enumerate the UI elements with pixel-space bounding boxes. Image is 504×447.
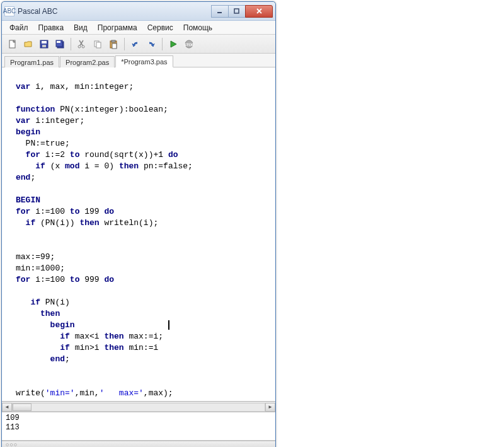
code-text: (PN(i)) bbox=[35, 218, 79, 228]
code-text: i:integer; bbox=[30, 116, 84, 125]
svg-rect-17 bbox=[112, 44, 117, 49]
code-text: PN:=true; bbox=[16, 139, 70, 148]
new-file-button[interactable] bbox=[6, 37, 20, 51]
code-kw: var bbox=[16, 82, 30, 91]
code-kw: begin bbox=[16, 127, 40, 137]
svg-point-11 bbox=[78, 45, 81, 48]
code-text: i, max, min:integer; bbox=[30, 82, 134, 91]
code-kw: then bbox=[104, 332, 123, 341]
tab-program1[interactable]: Program1.pas bbox=[4, 56, 59, 67]
tab-bar: Program1.pas Program2.pas *Program3.pas bbox=[2, 54, 275, 67]
code-text bbox=[16, 309, 40, 318]
code-kw: if bbox=[30, 298, 40, 307]
scroll-track[interactable] bbox=[12, 403, 265, 412]
code-text: ; bbox=[30, 173, 35, 182]
output-panel[interactable]: 109 113 bbox=[2, 412, 275, 441]
code-text bbox=[16, 298, 30, 307]
grip-icon: ○○○ bbox=[6, 441, 18, 447]
window-controls bbox=[212, 5, 273, 18]
editor-h-scrollbar[interactable]: ◄ ► bbox=[2, 402, 275, 412]
copy-button[interactable] bbox=[91, 37, 105, 51]
code-kw: if bbox=[35, 161, 45, 171]
close-button[interactable] bbox=[245, 5, 273, 18]
code-text: min>i bbox=[70, 343, 105, 352]
code-kw: to bbox=[70, 207, 80, 216]
svg-text:STOP: STOP bbox=[184, 43, 194, 47]
code-text bbox=[16, 218, 26, 228]
code-kw: for bbox=[16, 275, 30, 284]
svg-rect-6 bbox=[42, 41, 47, 44]
code-kw: mod bbox=[65, 161, 79, 171]
tab-program2[interactable]: Program2.pas bbox=[60, 56, 115, 67]
toolbar-separator bbox=[124, 38, 125, 50]
save-button[interactable] bbox=[37, 37, 51, 51]
code-kw: then bbox=[119, 161, 139, 171]
output-line: 109 bbox=[6, 414, 272, 423]
window-title: Pascal ABC bbox=[18, 7, 212, 16]
toolbar: STOP bbox=[2, 35, 275, 54]
svg-rect-16 bbox=[112, 40, 115, 42]
toolbar-separator bbox=[71, 38, 71, 50]
code-kw: then bbox=[104, 343, 123, 352]
run-button[interactable] bbox=[166, 37, 180, 51]
menu-service[interactable]: Сервис bbox=[144, 22, 177, 33]
maximize-button[interactable] bbox=[228, 5, 246, 18]
app-icon: ABC bbox=[4, 6, 14, 16]
menu-help[interactable]: Помощь bbox=[180, 22, 216, 33]
code-text: round(sqrt(x))+1 bbox=[79, 150, 168, 160]
code-area[interactable]: var i, max, min:integer; function PN(x:i… bbox=[11, 67, 275, 402]
code-text: 999 bbox=[79, 275, 104, 284]
code-kw: then bbox=[79, 218, 99, 228]
svg-point-12 bbox=[82, 45, 84, 48]
code-kw: begin bbox=[50, 320, 75, 330]
open-file-button[interactable] bbox=[21, 37, 35, 51]
code-kw: BEGIN bbox=[16, 195, 40, 205]
code-kw: end bbox=[50, 354, 65, 364]
code-string: ' max=' bbox=[100, 388, 144, 398]
svg-rect-7 bbox=[42, 45, 46, 47]
titlebar[interactable]: ABC Pascal ABC bbox=[2, 2, 275, 21]
code-kw: if bbox=[60, 343, 70, 352]
code-text: ,min, bbox=[75, 388, 100, 398]
toolbar-separator bbox=[162, 38, 163, 50]
scroll-thumb[interactable] bbox=[13, 403, 32, 411]
cut-button[interactable] bbox=[75, 37, 89, 51]
tab-program3[interactable]: *Program3.pas bbox=[115, 55, 173, 67]
code-kw: for bbox=[26, 150, 40, 160]
splitter-handle[interactable]: ○○○ bbox=[2, 441, 275, 447]
code-string: 'min=' bbox=[45, 388, 75, 398]
code-kw: end bbox=[16, 173, 30, 182]
code-text bbox=[16, 343, 60, 352]
code-text: writeln(i); bbox=[100, 218, 159, 228]
code-kw: to bbox=[70, 150, 80, 160]
menu-program[interactable]: Программа bbox=[94, 22, 141, 33]
menubar: Файл Правка Вид Программа Сервис Помощь bbox=[2, 21, 275, 35]
code-text: ,max); bbox=[144, 388, 173, 398]
menu-file[interactable]: Файл bbox=[6, 22, 32, 33]
menu-edit[interactable]: Правка bbox=[35, 22, 68, 33]
code-text: max:=99; bbox=[16, 252, 55, 262]
code-text bbox=[16, 150, 26, 160]
undo-button[interactable] bbox=[129, 37, 142, 51]
code-text: 199 bbox=[79, 207, 104, 216]
code-text bbox=[16, 161, 35, 171]
code-kw: function bbox=[16, 105, 55, 114]
scroll-right-button[interactable]: ► bbox=[265, 403, 275, 412]
code-kw: for bbox=[16, 207, 30, 216]
code-text: i:=2 bbox=[40, 150, 70, 160]
code-kw: do bbox=[104, 207, 114, 216]
code-kw: if bbox=[26, 218, 36, 228]
stop-button[interactable]: STOP bbox=[182, 37, 196, 51]
svg-rect-1 bbox=[234, 9, 239, 13]
code-text: PN(x:integer):boolean; bbox=[55, 105, 168, 114]
code-text: i:=100 bbox=[30, 207, 69, 216]
paste-button[interactable] bbox=[106, 37, 120, 51]
minimize-button[interactable] bbox=[211, 5, 229, 18]
redo-button[interactable] bbox=[144, 37, 158, 51]
code-kw: then bbox=[40, 309, 60, 318]
code-text bbox=[16, 332, 60, 341]
code-editor[interactable]: var i, max, min:integer; function PN(x:i… bbox=[2, 67, 275, 402]
save-all-button[interactable] bbox=[53, 37, 67, 51]
menu-view[interactable]: Вид bbox=[70, 22, 91, 33]
scroll-left-button[interactable]: ◄ bbox=[2, 403, 12, 412]
